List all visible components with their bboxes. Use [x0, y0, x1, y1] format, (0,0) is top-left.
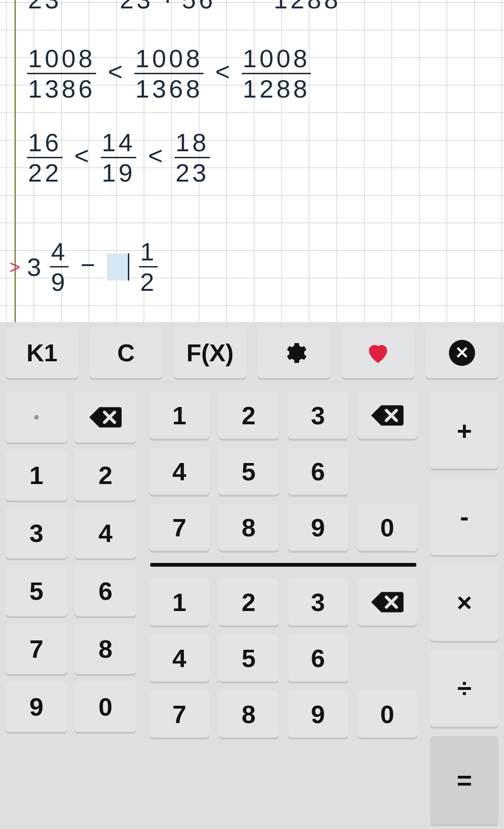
dot-op: ·	[164, 0, 171, 14]
keyboard-layout-button[interactable]: K1	[6, 328, 78, 378]
whole-5-button[interactable]: 5	[6, 566, 67, 616]
whole-4-button[interactable]: 4	[75, 508, 136, 558]
fraction: 1008 1368	[135, 46, 203, 101]
den-4-button[interactable]: 4	[149, 635, 210, 681]
denominator-pad: 1 2 3 4 5 6 7 8 9 0	[149, 579, 417, 738]
minus-button[interactable]: -	[430, 478, 498, 555]
settings-button[interactable]	[258, 328, 330, 378]
fraction-bar	[150, 563, 416, 567]
den-backspace-button[interactable]	[357, 579, 418, 625]
num-8-button[interactable]: 8	[219, 504, 279, 551]
numerator-pad: 1 2 3 4 5 6 7 8 9 0	[149, 392, 417, 551]
num-0-button[interactable]: 0	[357, 504, 418, 551]
whole-6-button[interactable]: 6	[75, 566, 136, 616]
whole-part[interactable]: 3	[27, 253, 41, 281]
num-5-button[interactable]: 5	[219, 448, 279, 495]
favorite-button[interactable]	[342, 328, 414, 378]
input-cursor[interactable]	[107, 253, 129, 281]
den-8-button[interactable]: 8	[219, 691, 279, 738]
den-7-button[interactable]: 7	[149, 691, 210, 738]
den-1-button[interactable]: 1	[149, 579, 210, 625]
calc-row-partial: 23 23 · 56 1288	[28, 0, 341, 14]
whole-8-button[interactable]: 8	[75, 624, 136, 674]
divide-button[interactable]: ÷	[430, 650, 498, 727]
backspace-icon	[371, 590, 404, 614]
backspace-button[interactable]	[75, 392, 136, 443]
keypad: K1 C F(X) ✕ 1 2 3 4 5 6 7	[0, 322, 504, 829]
whole-7-button[interactable]: 7	[6, 624, 67, 674]
term-d: 1288	[273, 0, 341, 14]
equals-button[interactable]: =	[430, 736, 498, 824]
fraction: 18 23	[175, 130, 209, 185]
operators-column: + - × ÷ =	[430, 392, 498, 824]
den-5-button[interactable]: 5	[219, 635, 279, 681]
num-9-button[interactable]: 9	[288, 504, 348, 551]
function-button[interactable]: F(X)	[174, 328, 246, 378]
whole-9-button[interactable]: 9	[6, 681, 67, 732]
lower-keypad: 1 2 3 4 5 6 7 8 9 0 1 2 3 4 5	[6, 392, 498, 824]
den-3-button[interactable]: 3	[288, 579, 348, 625]
fraction: 16 22	[28, 130, 62, 185]
num-backspace-button[interactable]	[357, 392, 418, 439]
fraction-pad: 1 2 3 4 5 6 7 8 9 0 1 2	[149, 392, 417, 824]
term-c: 56	[182, 0, 216, 14]
whole-2-button[interactable]: 2	[75, 450, 136, 500]
num-3-button[interactable]: 3	[288, 392, 348, 439]
den-2-button[interactable]: 2	[219, 579, 279, 625]
den-0-button[interactable]: 0	[357, 691, 418, 738]
term-a: 23	[28, 0, 62, 14]
calc-row-1: 1008 1386 < 1008 1368 < 1008 1288	[26, 46, 312, 101]
gear-icon	[281, 340, 307, 366]
plus-button[interactable]: +	[430, 392, 498, 469]
dot-icon	[34, 415, 39, 420]
input-row[interactable]: 3 4 9 − 1 2	[27, 239, 159, 295]
close-icon: ✕	[449, 340, 475, 366]
den-9-button[interactable]: 9	[288, 691, 348, 738]
fraction[interactable]: 4 9	[51, 239, 68, 295]
backspace-icon	[89, 405, 122, 429]
fraction: 1008 1386	[28, 46, 95, 101]
fraction: 14 19	[102, 130, 135, 185]
whole-3-button[interactable]: 3	[6, 508, 67, 558]
decimal-point-button[interactable]	[6, 392, 67, 443]
backspace-icon	[371, 403, 404, 428]
calc-row-2: 16 22 < 14 19 < 18 23	[26, 130, 211, 185]
minus-op: −	[77, 250, 98, 279]
toolbar: K1 C F(X) ✕	[6, 328, 498, 378]
den-6-button[interactable]: 6	[288, 635, 348, 681]
heart-icon	[364, 339, 392, 366]
whole-0-button[interactable]: 0	[75, 681, 136, 732]
num-2-button[interactable]: 2	[219, 392, 279, 439]
num-6-button[interactable]: 6	[288, 448, 348, 495]
less-than: <	[145, 141, 166, 170]
fraction[interactable]: 1 2	[140, 239, 157, 295]
fraction: 1008 1288	[243, 46, 310, 101]
prompt-marker: >	[9, 257, 20, 278]
whole-number-pad: 1 2 3 4 5 6 7 8 9 0	[6, 392, 136, 824]
whole-1-button[interactable]: 1	[6, 450, 67, 500]
less-than: <	[71, 141, 92, 170]
close-button[interactable]: ✕	[426, 328, 498, 378]
num-7-button[interactable]: 7	[149, 504, 210, 551]
less-than: <	[212, 57, 233, 86]
less-than: <	[105, 57, 126, 86]
num-1-button[interactable]: 1	[149, 392, 210, 439]
multiply-button[interactable]: ×	[430, 564, 498, 641]
clear-button[interactable]: C	[90, 328, 162, 378]
num-4-button[interactable]: 4	[149, 448, 210, 495]
workspace: 23 23 · 56 1288 1008 1386 < 1008 1368 < …	[0, 0, 504, 322]
term-b: 23	[119, 0, 153, 14]
